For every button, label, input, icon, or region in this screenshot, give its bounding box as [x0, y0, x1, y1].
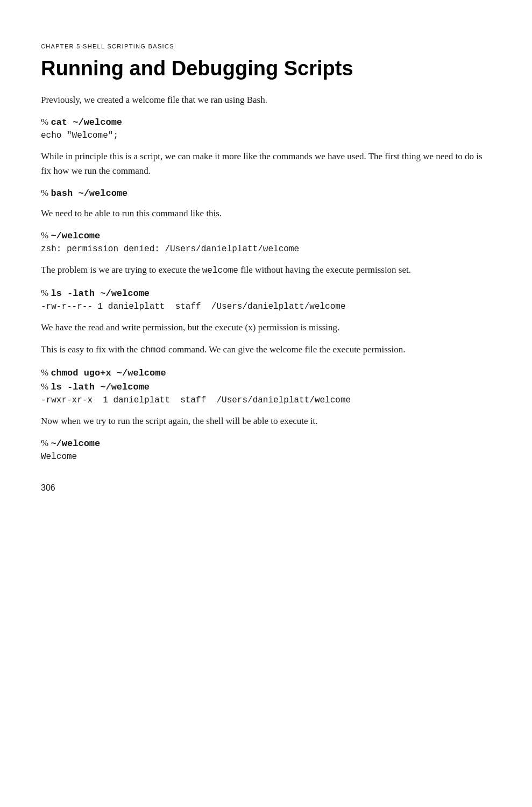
command-welcome1: % ~/welcome [41, 230, 491, 241]
command-ls1: % ls -lath ~/welcome [41, 288, 491, 299]
command-ls2: % ls -lath ~/welcome [41, 381, 491, 392]
prompt-3: % [41, 230, 51, 240]
output-cat: echo "Welcome"; [41, 131, 491, 140]
prompt-5: % [41, 367, 51, 378]
cmd-chmod-text: chmod ugo+x ~/welcome [51, 368, 166, 378]
prompt-4: % [41, 288, 51, 298]
paragraph-6: Now when we try to run the script again,… [41, 414, 491, 428]
cmd-ls2-text: ls -lath ~/welcome [51, 382, 150, 392]
prompt-6: % [41, 381, 51, 392]
cmd-bash-text: bash ~/welcome [51, 188, 127, 199]
output-welcome1: zsh: permission denied: /Users/danielpla… [41, 244, 491, 254]
output-ls1: -rw-r--r-- 1 danielplatt staff /Users/da… [41, 302, 491, 312]
cmd-cat-text: cat ~/welcome [51, 117, 122, 128]
command-welcome2: % ~/welcome [41, 438, 491, 449]
command-bash: % bash ~/welcome [41, 188, 491, 199]
output-welcome2: Welcome [41, 452, 491, 462]
output-ls2: -rwxr-xr-x 1 danielplatt staff /Users/da… [41, 395, 491, 405]
prompt-7: % [41, 438, 51, 448]
paragraph-3: The problem is we are trying to execute … [41, 263, 491, 278]
prompt-2: % [41, 188, 51, 198]
intro-paragraph: Previously, we created a welcome file th… [41, 93, 491, 107]
paragraph-1: While in principle this is a script, we … [41, 149, 491, 178]
page-number: 306 [41, 483, 491, 493]
cmd-welcome1-text: ~/welcome [51, 231, 100, 241]
command-chmod: % chmod ugo+x ~/welcome [41, 367, 491, 378]
command-cat: % cat ~/welcome [41, 117, 491, 128]
cmd-welcome2-text: ~/welcome [51, 438, 100, 449]
paragraph-5: This is easy to fix with the chmod comma… [41, 342, 491, 358]
page-title: Running and Debugging Scripts [41, 57, 491, 81]
content-body: Previously, we created a welcome file th… [41, 93, 491, 462]
paragraph-4: We have the read and write permission, b… [41, 320, 491, 335]
chapter-header: CHAPTER 5 SHELL SCRIPTING BASICS [41, 43, 491, 49]
prompt-1: % [41, 117, 51, 127]
cmd-ls1-text: ls -lath ~/welcome [51, 288, 150, 299]
paragraph-2: We need to be able to run this command l… [41, 206, 491, 221]
